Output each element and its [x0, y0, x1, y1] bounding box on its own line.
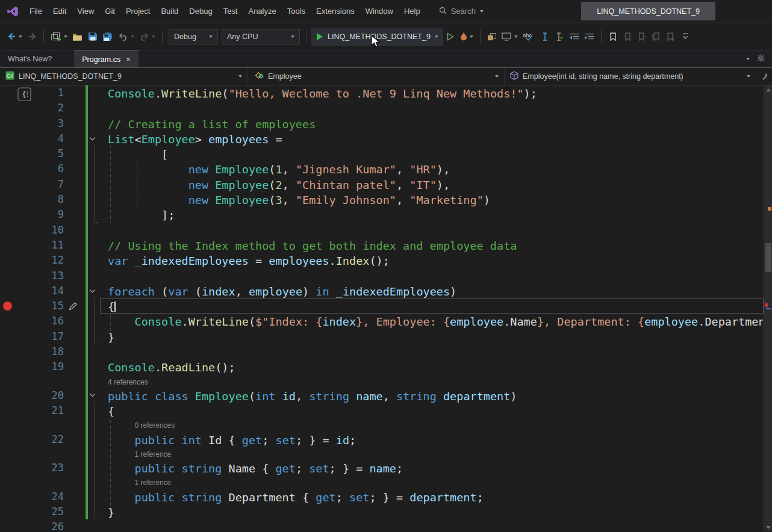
line-number[interactable]: 4 — [37, 131, 67, 146]
breakpoint-margin[interactable] — [0, 238, 17, 253]
clear-bookmarks-button[interactable] — [664, 28, 678, 46]
breakpoint-margin[interactable] — [0, 447, 17, 460]
menu-edit[interactable]: Edit — [48, 0, 72, 22]
start-without-debugging-button[interactable] — [443, 28, 458, 46]
fold-chevron[interactable] — [84, 388, 100, 403]
line-number[interactable]: 1 — [37, 85, 67, 101]
project-dropdown[interactable]: C# LINQ_METHODS_DOTNET_9 — [0, 68, 248, 85]
line-number[interactable]: 12 — [37, 253, 67, 268]
toggle-bookmark-button[interactable] — [606, 28, 620, 46]
spell-check-icon[interactable]: abc — [520, 28, 538, 46]
breakpoint-margin[interactable] — [0, 359, 17, 374]
breakpoint-margin[interactable] — [0, 489, 17, 504]
line-number[interactable] — [37, 447, 67, 460]
code-text[interactable] — [100, 268, 764, 283]
line-number[interactable]: 26 — [37, 519, 67, 531]
editor-options-icon[interactable] — [756, 68, 772, 85]
code-text[interactable]: // Using the Index method to get both in… — [100, 238, 764, 253]
member-dropdown[interactable]: Employee(int id, string name, string dep… — [505, 68, 756, 85]
type-dropdown[interactable]: Employee — [248, 68, 505, 85]
line-number[interactable]: 25 — [37, 504, 67, 519]
code-text[interactable]: new Employee(1, "Jignesh Kumar", "HR"), — [100, 161, 764, 176]
breakpoint-margin[interactable] — [0, 460, 17, 475]
menu-window[interactable]: Window — [360, 0, 399, 22]
menu-analyze[interactable]: Analyze — [243, 0, 281, 22]
vertical-scrollbar[interactable] — [764, 85, 772, 531]
breakpoint-margin[interactable] — [0, 116, 17, 131]
save-all-button[interactable] — [100, 28, 116, 46]
line-number[interactable]: 14 — [37, 283, 67, 298]
solution-configuration-dropdown[interactable]: Debug — [169, 29, 218, 45]
scrollbar-down-arrow[interactable] — [764, 523, 772, 531]
previous-bookmark-button[interactable] — [620, 28, 635, 46]
code-text[interactable]: // Creating a list of employees — [100, 116, 764, 131]
new-project-caret[interactable] — [64, 36, 67, 38]
previous-bookmark-in-folder-button[interactable] — [649, 28, 664, 46]
line-number[interactable]: 19 — [37, 359, 67, 374]
tab-whats-new[interactable]: What's New? — [0, 51, 60, 67]
breakpoint-margin[interactable] — [0, 432, 17, 447]
breakpoint-margin[interactable] — [0, 101, 17, 116]
save-button[interactable] — [86, 28, 100, 46]
line-number[interactable]: 15 — [37, 298, 67, 314]
breakpoint-margin[interactable] — [0, 403, 17, 418]
breakpoint-margin[interactable] — [0, 253, 17, 268]
breakpoint-margin[interactable] — [0, 375, 17, 388]
browser-link-caret[interactable] — [514, 36, 518, 38]
redo-button[interactable] — [137, 28, 158, 46]
document-list-dropdown[interactable] — [746, 58, 750, 60]
close-tab-icon[interactable]: × — [126, 55, 131, 63]
toolbox-icon[interactable] — [485, 28, 499, 46]
breakpoint-margin[interactable] — [0, 504, 17, 519]
code-text[interactable]: public string Department { get; set; } =… — [100, 489, 764, 504]
code-text[interactable]: { — [100, 298, 764, 314]
menu-debug[interactable]: Debug — [184, 0, 217, 22]
line-number[interactable]: 23 — [37, 460, 67, 475]
line-number[interactable]: 17 — [37, 329, 67, 344]
code-text[interactable]: [ — [100, 146, 764, 161]
code-text[interactable] — [100, 519, 764, 531]
code-text[interactable]: var _indexedEmployees = employees.Index(… — [100, 253, 764, 268]
open-file-button[interactable] — [70, 28, 86, 46]
breakpoint-margin[interactable] — [0, 207, 17, 222]
codelens-text[interactable]: 0 references — [100, 418, 764, 431]
navigate-forward-button[interactable] — [25, 28, 39, 46]
breakpoint-margin[interactable] — [0, 298, 17, 314]
code-text[interactable] — [100, 101, 764, 116]
hot-reload-caret[interactable] — [470, 36, 473, 38]
search-dropdown-caret[interactable] — [480, 10, 484, 13]
breakpoint-margin[interactable] — [0, 161, 17, 176]
menu-view[interactable]: View — [72, 0, 99, 22]
line-number[interactable]: 21 — [37, 403, 67, 418]
breakpoint-margin[interactable] — [0, 475, 17, 489]
tab-program-cs[interactable]: Program.cs × — [74, 51, 139, 67]
breakpoint-margin[interactable] — [0, 177, 17, 192]
breakpoint-margin[interactable] — [0, 146, 17, 161]
increase-indent-icon[interactable] — [582, 28, 597, 46]
code-text[interactable]: new Employee(3, "Emily Johnson", "Market… — [100, 192, 764, 207]
line-number[interactable]: 5 — [37, 146, 67, 161]
breakpoint-margin[interactable] — [0, 192, 17, 207]
code-text[interactable]: List<Employee> employees = — [100, 131, 764, 146]
redo-caret[interactable] — [152, 36, 155, 38]
menu-build[interactable]: Build — [155, 0, 184, 22]
fold-chevron[interactable] — [84, 131, 100, 146]
code-text[interactable]: foreach (var (index, employee) in _index… — [100, 283, 764, 298]
line-number[interactable]: 3 — [37, 116, 67, 131]
toolbar-overflow-button[interactable] — [678, 28, 693, 46]
search-box[interactable]: Search — [439, 7, 484, 16]
menu-project[interactable]: Project — [120, 0, 155, 22]
menu-extensions[interactable]: Extensions — [311, 0, 360, 22]
line-number[interactable] — [37, 475, 67, 489]
undo-caret[interactable] — [131, 36, 134, 38]
run-target-caret[interactable] — [435, 36, 438, 38]
code-text[interactable]: public class Employee(int id, string nam… — [100, 388, 764, 403]
scrollbar-up-arrow[interactable] — [764, 85, 772, 94]
line-number[interactable]: 16 — [37, 314, 67, 329]
scrollbar-thumb[interactable] — [765, 243, 771, 272]
menu-test[interactable]: Test — [218, 0, 243, 22]
line-number[interactable] — [37, 375, 67, 388]
breakpoint-margin[interactable] — [0, 268, 17, 283]
line-number[interactable]: 24 — [37, 489, 67, 504]
code-text[interactable]: ]; — [100, 207, 764, 222]
